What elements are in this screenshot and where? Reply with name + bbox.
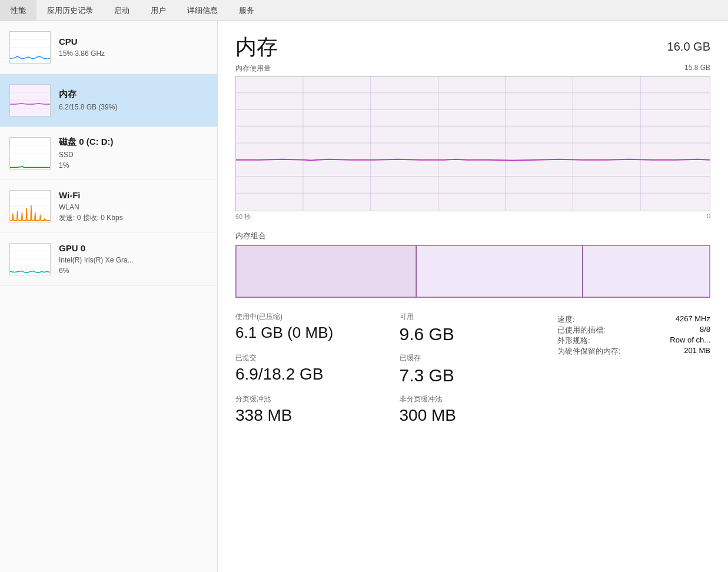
wifi-sub2: 发送: 0 接收: 0 Kbps [59,212,123,223]
right-stats: 速度: 4267 MHz 已使用的插槽: 8/8 外形规格: Row of ch… [557,314,710,425]
tab-bar: 性能 应用历史记录 启动 用户 详细信息 服务 [0,0,728,21]
available-value: 9.6 GB [400,324,546,344]
paged-pool-label: 分页缓冲池 [235,394,382,404]
right-panel: 内存 16.0 GB 内存使用量 15.8 GB [218,21,728,572]
speed-value: 4267 MHz [676,314,710,325]
detail-capacity: 16.0 GB [667,40,710,54]
chart-max: 15.8 GB [684,64,710,74]
stat-paged-pool: 分页缓冲池 338 MB [235,394,382,425]
tab-users[interactable]: 用户 [140,0,177,21]
cached-label: 已缓存 [400,353,546,363]
speed-label: 速度: [557,314,575,325]
svg-rect-4 [10,85,50,116]
detail-header: 内存 16.0 GB [235,35,710,59]
main-container: CPU 15% 3.86 GHz 内存 6.2/15.8 GB (39%) [0,21,728,572]
sidebar: CPU 15% 3.86 GHz 内存 6.2/15.8 GB (39%) [0,21,218,572]
form-label: 外形规格: [557,335,590,346]
time-start: 60 秒 [235,212,251,221]
detail-title: 内存 [235,35,278,59]
sidebar-item-wifi[interactable]: Wi-Fi WLAN 发送: 0 接收: 0 Kbps [0,180,217,233]
in-use-value: 6.1 GB (0 MB) [235,324,382,341]
left-stats: 使用中(已压缩) 6.1 GB (0 MB) 可用 9.6 GB 已提交 6.9… [235,312,546,425]
memory-sub: 6.2/15.8 GB (39%) [59,102,117,112]
memory-info: 内存 6.2/15.8 GB (39%) [59,89,117,112]
nonpaged-pool-label: 非分页缓冲池 [400,394,546,404]
chart-label: 内存使用量 [235,64,271,74]
nonpaged-pool-value: 300 MB [400,407,546,425]
cpu-info: CPU 15% 3.86 GHz [59,36,105,59]
stat-cached: 已缓存 7.3 GB [400,353,546,385]
wifi-thumbnail [9,190,51,222]
gpu-label: GPU 0 [59,243,134,253]
cpu-thumbnail [9,31,51,64]
stats-area: 使用中(已压缩) 6.1 GB (0 MB) 可用 9.6 GB 已提交 6.9… [235,312,710,425]
gpu-info: GPU 0 Intel(R) Iris(R) Xe Gra... 6% [59,243,134,276]
gpu-thumbnail [9,243,51,275]
reserved-value: 201 MB [684,346,710,357]
memory-label: 内存 [59,89,117,100]
memory-composition-bar [235,245,710,298]
memory-thumbnail [9,84,51,117]
wifi-sub1: WLAN [59,202,123,212]
slots-label: 已使用的插槽: [557,325,606,335]
reserved-label: 为硬件保留的内存: [557,346,621,357]
svg-rect-35 [236,245,416,297]
time-labels: 60 秒 0 [235,212,710,221]
reserved-row: 为硬件保留的内存: 201 MB [557,346,710,357]
sidebar-item-gpu[interactable]: GPU 0 Intel(R) Iris(R) Xe Gra... 6% [0,233,217,286]
time-end: 0 [707,212,710,221]
tab-services[interactable]: 服务 [228,0,265,21]
tab-performance[interactable]: 性能 [0,0,36,21]
wifi-label: Wi-Fi [59,190,123,200]
svg-rect-12 [10,191,50,222]
composition-label: 内存组合 [235,231,710,241]
slots-value: 8/8 [700,325,710,335]
stats-grid-top: 使用中(已压缩) 6.1 GB (0 MB) 可用 9.6 GB 已提交 6.9… [235,312,546,385]
disk-thumbnail [9,137,51,169]
disk-sub1: SSD [59,149,114,160]
stats-grid-bottom: 分页缓冲池 338 MB 非分页缓冲池 300 MB [235,394,546,425]
speed-row: 速度: 4267 MHz [557,314,710,325]
stat-committed: 已提交 6.9/18.2 GB [235,353,382,385]
memory-usage-chart [235,76,710,211]
sidebar-item-disk[interactable]: 磁盘 0 (C: D:) SSD 1% [0,127,217,180]
slots-row: 已使用的插槽: 8/8 [557,325,710,335]
svg-rect-8 [10,138,50,169]
cpu-sub: 15% 3.86 GHz [59,48,105,59]
cached-value: 7.3 GB [400,365,546,385]
tab-startup[interactable]: 启动 [104,0,140,21]
tab-details[interactable]: 详细信息 [177,0,228,21]
in-use-label: 使用中(已压缩) [235,312,382,322]
wifi-info: Wi-Fi WLAN 发送: 0 接收: 0 Kbps [59,190,123,223]
form-row: 外形规格: Row of ch... [557,335,710,346]
form-value: Row of ch... [670,335,710,346]
disk-info: 磁盘 0 (C: D:) SSD 1% [59,137,114,171]
gpu-sub2: 6% [59,265,134,276]
sidebar-item-memory[interactable]: 内存 6.2/15.8 GB (39%) [0,74,217,127]
sidebar-item-cpu[interactable]: CPU 15% 3.86 GHz [0,21,217,74]
chart-label-row: 内存使用量 15.8 GB [235,64,710,74]
tab-app-history[interactable]: 应用历史记录 [36,0,104,21]
stat-in-use: 使用中(已压缩) 6.1 GB (0 MB) [235,312,382,344]
stat-available: 可用 9.6 GB [400,312,546,344]
svg-rect-20 [236,77,710,211]
available-label: 可用 [400,312,546,322]
committed-label: 已提交 [235,353,382,363]
stat-nonpaged-pool: 非分页缓冲池 300 MB [400,394,546,425]
cpu-label: CPU [59,36,105,46]
disk-sub2: 1% [59,160,114,171]
disk-label: 磁盘 0 (C: D:) [59,137,114,148]
gpu-sub1: Intel(R) Iris(R) Xe Gra... [59,255,134,265]
committed-value: 6.9/18.2 GB [235,365,382,384]
paged-pool-value: 338 MB [235,407,382,425]
svg-rect-16 [10,244,50,275]
